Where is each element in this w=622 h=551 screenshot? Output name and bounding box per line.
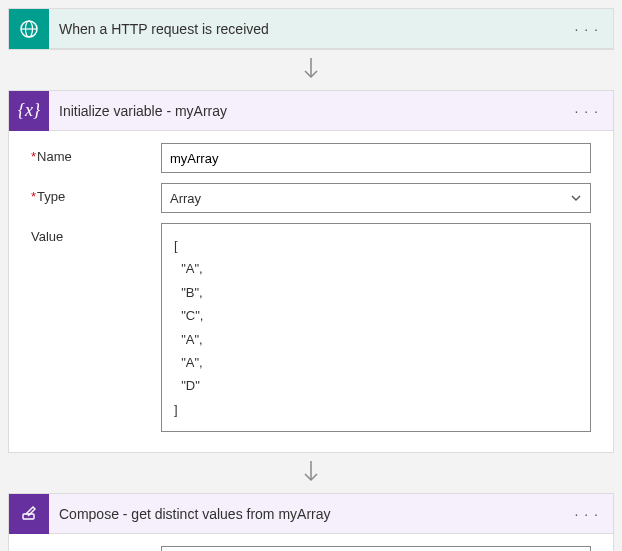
- compose-body: Inputs fx union(...) ×: [9, 534, 613, 551]
- variable-icon: {x}: [9, 91, 49, 131]
- value-input[interactable]: [ "A", "B", "C", "A", "A", "D" ]: [161, 223, 591, 432]
- init-variable-more-button[interactable]: · · ·: [569, 103, 605, 119]
- inputs-input[interactable]: fx union(...) ×: [161, 546, 591, 551]
- flow-canvas: When a HTTP request is received · · · {x…: [8, 8, 614, 551]
- compose-header[interactable]: Compose - get distinct values from myArr…: [9, 494, 613, 534]
- trigger-card[interactable]: When a HTTP request is received · · ·: [8, 8, 614, 50]
- init-variable-body: Name Type Array Value [ "A", "B", "C": [9, 131, 613, 452]
- compose-more-button[interactable]: · · ·: [569, 506, 605, 522]
- compose-title: Compose - get distinct values from myArr…: [59, 506, 559, 522]
- compose-icon: [9, 494, 49, 534]
- init-variable-title: Initialize variable - myArray: [59, 103, 559, 119]
- type-select-value: Array: [170, 191, 201, 206]
- flow-arrow-icon: [301, 56, 321, 84]
- flow-arrow-icon: [301, 459, 321, 487]
- type-select[interactable]: Array: [161, 183, 591, 213]
- init-variable-card[interactable]: {x} Initialize variable - myArray · · · …: [8, 90, 614, 453]
- trigger-header[interactable]: When a HTTP request is received · · ·: [9, 9, 613, 49]
- name-label: Name: [31, 143, 161, 164]
- name-input[interactable]: [161, 143, 591, 173]
- type-label: Type: [31, 183, 161, 204]
- http-request-icon: [9, 9, 49, 49]
- init-variable-header[interactable]: {x} Initialize variable - myArray · · ·: [9, 91, 613, 131]
- trigger-more-button[interactable]: · · ·: [569, 21, 605, 37]
- inputs-label: Inputs: [31, 546, 161, 551]
- compose-card[interactable]: Compose - get distinct values from myArr…: [8, 493, 614, 551]
- chevron-down-icon: [570, 192, 582, 204]
- value-label: Value: [31, 223, 161, 244]
- trigger-title: When a HTTP request is received: [59, 21, 559, 37]
